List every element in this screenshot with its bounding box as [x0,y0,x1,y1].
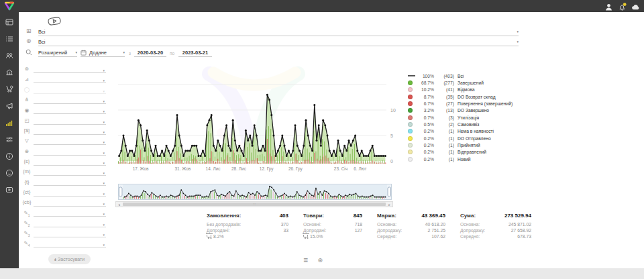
legend-item[interactable]: 0.7% (3) Утилізація [408,114,530,121]
scroll-right-arrow[interactable]: ▸ [386,202,392,207]
stat-row-label: Допродажу: [460,228,485,233]
filter-select[interactable]: ▾ [34,158,106,166]
sidebar-item-cart[interactable] [0,80,19,97]
sidebar-item-marketing[interactable] [0,97,19,114]
legend-item[interactable]: 0.2% (1) DO Отправлено [408,135,530,142]
legend-marker-icon [408,150,413,154]
date-field-select[interactable]: Додане ▾ [80,48,125,57]
filter-select[interactable]: ▾ [34,107,106,114]
legend-count: (35) [437,95,454,99]
product-select[interactable]: Всі ▾ [38,38,519,46]
legend-item[interactable]: 3.2% (13) DO Завершено [408,107,530,114]
filter-select[interactable]: ▾ [34,137,106,145]
stat-row-value: 2 751.25 [428,228,445,233]
sidebar-item-dashboard[interactable] [0,13,19,30]
legend-item[interactable]: 0.2% (1) Новий [408,156,530,162]
filter-select[interactable]: ▾ [34,76,106,83]
stat-row-label: Середня: [460,234,480,239]
filter-icon: ✎1 [20,210,34,217]
sidebar-item-store[interactable] [0,64,19,80]
sidebar-item-analytics[interactable] [0,114,19,131]
cube-view-icon[interactable]: ⊛ [318,257,323,264]
legend-item[interactable]: 0.2% (1) Нема в наявності [408,128,530,135]
filter-select[interactable]: ▾ [34,127,106,135]
filter-select[interactable]: ▾ [34,168,106,176]
sidebar-item-customers[interactable] [0,47,19,64]
legend-marker-icon [408,136,413,141]
legend-item[interactable]: 0.5% (2) Самовивіз [408,121,530,127]
category-select[interactable]: Всі ▾ [38,27,519,36]
filter-icon: ⊿ [20,76,34,84]
chevron-down-icon: ▾ [103,223,106,227]
filter-icon: ◰ [20,117,34,125]
custom-field-4-filter: ✎4 ▾ [20,239,106,249]
sidebar-item-video-tutorials[interactable] [0,181,19,198]
tag-filter: ◉ ▾ [20,105,106,115]
stat-row: Середня: 678.73 [460,233,531,239]
chart-minimap[interactable] [118,184,392,203]
status-filter: ◯ ▾ [20,85,106,95]
legend-percent: 68.7% [417,80,434,85]
date-from-input[interactable]: 2020-03-20 [134,48,166,57]
var-ct-filter: {ct} ▾ [20,188,106,198]
list-view-icon[interactable]: ≣ [303,257,309,264]
stat-row-value: 8.2% [213,234,224,239]
legend-item[interactable]: 0.2% (1) Відправлений [408,149,530,156]
date-to-label: по [170,51,174,56]
sidebar-item-info[interactable] [0,148,19,164]
custom-field-1-filter: ✎1 ▾ [20,208,106,218]
legend-item[interactable]: 10.2% (41) Відмова [408,87,530,93]
legend-label: Відправлений [458,150,486,154]
notifications-bell-icon[interactable] [618,2,627,11]
legend-item[interactable]: 0.2% (1) Прийнятий [408,142,530,148]
chevron-down-icon: ▾ [103,212,106,216]
search-mode-select[interactable]: Розширений ▾ [38,48,77,57]
legend-label: Нема в наявності [458,129,494,133]
stat-value: 845 [348,213,362,220]
filter-select[interactable]: ▾ [34,178,106,186]
legend-label: DO Возврат склад [458,95,496,99]
sidebar-item-settings-sliders[interactable] [0,131,19,148]
filter-select[interactable]: ▾ [34,148,106,156]
profile-icon[interactable] [604,2,613,11]
analytics-dashboard: ⊞ Всі ▾ ⊛ Всі ▾ Розширений ▾ Додане ▾ з … [0,0,644,279]
legend-percent: 0.7% [417,115,434,120]
category-select-value: Всі [38,29,45,35]
scroll-left-arrow[interactable]: ◂ [116,202,122,207]
filter-select[interactable]: ▾ [34,209,106,217]
chevron-down-icon: ▾ [103,243,106,247]
stat-row-label: Основна: [377,222,396,227]
apply-button[interactable]: ılı Застосувати [48,254,91,264]
top-bar [0,0,644,12]
stat-row-label: Основні: [303,222,321,227]
filter-select[interactable]: ▾ [34,66,106,73]
filter-select[interactable]: ▾ [34,87,106,94]
avatar-icon[interactable] [631,2,640,11]
chart-scrollbar[interactable]: ◂ ∷ ▸ [115,201,393,207]
legend-marker-icon [408,80,413,85]
chevron-down-icon: ▾ [103,99,106,103]
legend-item[interactable]: 6.7% (27) Повернення (завершений) [408,100,530,107]
legend-item[interactable]: 68.7% (277) Завершений [408,79,530,86]
scrollbar-thumb[interactable]: ∷ [123,203,386,206]
chevron-down-icon: ▾ [103,109,106,113]
legend-item[interactable]: 8.7% (35) DO Возврат склад [408,93,530,100]
legend-item[interactable]: 100% (403) Всі [408,72,530,79]
search-icon[interactable] [25,49,32,57]
stat-row-label: Допродані: [303,228,326,233]
filter-select[interactable]: ▾ [34,220,106,227]
filter-select[interactable]: ▾ [34,189,106,197]
filter-select[interactable]: ▾ [34,97,106,104]
filter-select[interactable]: ▾ [34,199,106,207]
filter-select[interactable]: ▾ [34,230,106,237]
filter-select[interactable]: ▾ [34,240,106,247]
chevron-down-icon: ▾ [103,202,106,206]
legend-percent: 0.2% [417,150,434,154]
var-cb-filter: {cb} ▾ [20,198,106,208]
sidebar-item-orders[interactable] [0,30,19,47]
sidebar-item-support[interactable] [0,164,19,181]
mini-bars-icon: ılı [54,258,56,262]
stat-row: Допродажу: 2 751.25 [377,227,445,233]
date-to-input[interactable]: 2023-03-21 [178,48,212,57]
filter-select[interactable]: ▾ [34,117,106,125]
